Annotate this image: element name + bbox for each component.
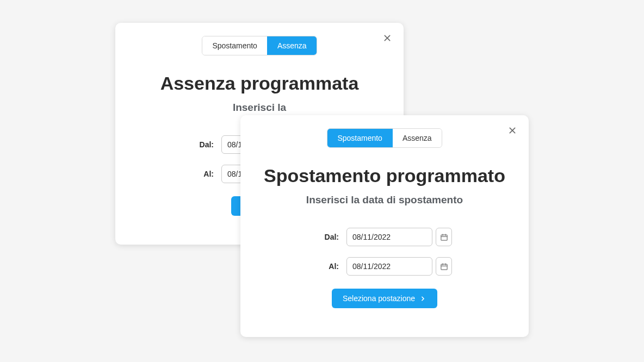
date-to-label: Al:	[192, 170, 214, 178]
tab-spostamento[interactable]: Spostamento	[202, 36, 267, 55]
modal-subtitle: Inserisci la	[131, 102, 388, 114]
tab-spostamento[interactable]: Spostamento	[327, 129, 392, 147]
date-to-input[interactable]	[346, 257, 432, 276]
date-from-input[interactable]	[346, 228, 432, 246]
date-from-row: Dal:	[256, 228, 513, 246]
close-icon	[508, 126, 517, 135]
calendar-icon	[440, 233, 448, 241]
close-icon	[383, 34, 392, 42]
modal-title: Spostamento programmato	[256, 165, 513, 186]
svg-rect-12	[441, 235, 447, 240]
close-button[interactable]	[507, 125, 518, 136]
date-from-picker-button[interactable]	[436, 228, 452, 246]
modal-title: Assenza programmata	[131, 73, 388, 94]
select-workstation-button[interactable]: Seleziona postazione	[332, 289, 437, 308]
tab-assenza[interactable]: Assenza	[267, 36, 317, 55]
chevron-right-icon	[419, 295, 426, 302]
calendar-icon	[440, 263, 448, 271]
date-to-picker-button[interactable]	[436, 257, 452, 276]
date-to-row: Al:	[256, 257, 513, 276]
tab-group: Spostamento Assenza	[256, 128, 513, 148]
svg-rect-16	[441, 264, 447, 270]
movement-modal: Spostamento Assenza Spostamento programm…	[240, 115, 529, 337]
tab-group: Spostamento Assenza	[131, 36, 388, 55]
date-from-label: Dal:	[192, 140, 214, 149]
tab-assenza[interactable]: Assenza	[392, 129, 442, 147]
modal-subtitle: Inserisci la data di spostamento	[256, 194, 513, 206]
date-to-label: Al:	[317, 262, 339, 271]
date-from-label: Dal:	[317, 233, 339, 241]
close-button[interactable]	[382, 33, 393, 43]
button-label: Seleziona postazione	[343, 294, 415, 303]
